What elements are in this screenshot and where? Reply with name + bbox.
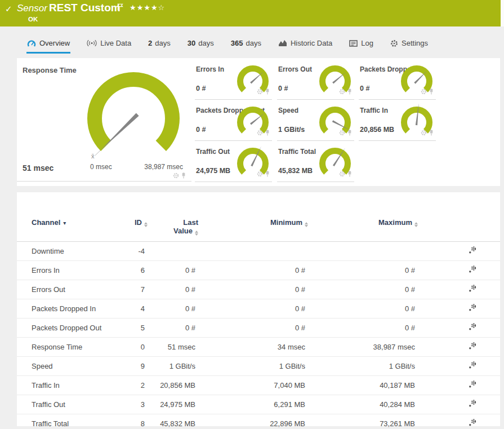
status-ok-icon: ✓ xyxy=(5,4,12,14)
priority-stars[interactable]: ★★★★☆ xyxy=(130,3,165,12)
channel-name: Traffic In xyxy=(17,381,130,390)
tab-number: 365 xyxy=(231,39,243,47)
live-icon xyxy=(87,39,97,47)
tab-log[interactable]: Log xyxy=(349,33,374,54)
gauge-settings-icon[interactable] xyxy=(173,171,179,181)
gauge-label: Traffic Total xyxy=(278,148,316,156)
channel-name: Downtime xyxy=(17,247,130,255)
tab-label: Historic Data xyxy=(291,39,332,47)
gauge-cell-errors-in: Errors In0 # xyxy=(195,62,272,100)
column-header-maximum[interactable]: Maximum xyxy=(308,218,418,227)
channel-minimum: 1 GBit/s xyxy=(198,362,308,370)
channel-settings-icon[interactable] xyxy=(467,418,477,427)
tab-overview[interactable]: Overview xyxy=(26,33,70,54)
channel-name: Packets Dropped In xyxy=(17,304,130,313)
channel-name: Packets Dropped Out xyxy=(17,324,130,332)
channel-settings-icon[interactable] xyxy=(467,399,477,408)
gauge-settings-icon[interactable] xyxy=(257,128,263,138)
column-header-last-value[interactable]: LastValue xyxy=(148,218,198,236)
gauge-value: 0 # xyxy=(360,85,369,92)
tab-bar: OverviewLive Data2days30days365daysHisto… xyxy=(0,33,501,54)
gauge-value: 1 GBit/s xyxy=(278,126,305,134)
channel-settings-icon[interactable] xyxy=(467,380,477,389)
channel-maximum: 0 # xyxy=(308,266,418,275)
gauge-pin-icon[interactable] xyxy=(181,171,186,181)
channel-settings-icon[interactable] xyxy=(467,303,477,312)
channel-last-value: 0 # xyxy=(148,324,198,332)
channels-panel: Channel▾ ID LastValue Minimum Maximum Do… xyxy=(17,192,500,426)
gauge-pin-icon[interactable] xyxy=(429,128,434,138)
gauge-settings-icon[interactable] xyxy=(257,87,263,97)
tab-2-days[interactable]: 2days xyxy=(148,33,171,54)
gauge-pin-icon[interactable] xyxy=(265,169,270,179)
tab-365-days[interactable]: 365days xyxy=(230,33,262,54)
table-row: Downtime-4 xyxy=(17,242,500,261)
gauge-pin-icon[interactable] xyxy=(429,87,434,97)
channel-minimum: 34 msec xyxy=(198,343,308,351)
channel-name: Errors In xyxy=(17,266,130,275)
channel-last-value: 51 msec xyxy=(148,343,198,351)
tab-historic-data[interactable]: Historic Data xyxy=(278,33,333,54)
gauge-pin-icon[interactable] xyxy=(265,87,270,97)
table-row: Traffic In220,856 MB7,040 MB40,187 MB xyxy=(17,376,500,395)
top-right-gutter xyxy=(501,0,504,26)
gauge-settings-icon[interactable] xyxy=(339,128,345,138)
channel-maximum: 40,187 MB xyxy=(308,381,418,390)
sort-icon xyxy=(414,222,418,227)
sort-icon xyxy=(195,231,198,236)
sensor-kind-label: Sensor xyxy=(17,3,47,14)
channel-id: 2 xyxy=(130,381,148,390)
channel-last-value: 0 # xyxy=(148,285,198,294)
column-header-channel[interactable]: Channel▾ xyxy=(17,218,130,227)
channel-settings-icon[interactable] xyxy=(467,265,477,274)
channel-last-value: 45,832 MB xyxy=(148,419,198,428)
channel-id: 4 xyxy=(130,304,148,313)
gauge-value: 0 # xyxy=(196,85,206,92)
table-row: Errors Out70 #0 #0 # xyxy=(17,280,500,299)
table-header: Channel▾ ID LastValue Minimum Maximum xyxy=(17,192,500,242)
gauge-pin-icon[interactable] xyxy=(347,169,352,179)
channel-settings-icon[interactable] xyxy=(467,322,477,331)
gauge-cell-traffic-out: Traffic Out24,975 MB xyxy=(195,144,272,182)
channel-settings-icon[interactable] xyxy=(467,342,477,351)
gauge-settings-icon[interactable] xyxy=(257,169,263,179)
channel-maximum: 0 # xyxy=(308,304,418,313)
table-row: Traffic Out324,975 MB6,291 MB40,284 MB xyxy=(17,395,500,414)
table-row: Packets Dropped Out50 #0 #0 # xyxy=(17,319,500,338)
gauge-settings-icon[interactable] xyxy=(421,87,427,97)
primary-gauge-cell: Response Time x̄ 51 msec 0 msec 38,987 m… xyxy=(17,58,191,182)
tab-live-data[interactable]: Live Data xyxy=(86,33,132,54)
gauge-value: 20,856 MB xyxy=(360,126,394,134)
channel-maximum: 0 # xyxy=(308,285,418,294)
channel-name: Errors Out xyxy=(17,285,130,294)
channel-id: 9 xyxy=(130,362,148,370)
channel-id: 7 xyxy=(130,285,148,294)
tab-30-days[interactable]: 30days xyxy=(187,33,215,54)
tab-label: Live Data xyxy=(100,39,131,47)
gauge-cell-packets-dropped-out: Packets Dropped Out0 # xyxy=(195,103,272,141)
gauge-value: 0 # xyxy=(196,126,206,134)
gauge-settings-icon[interactable] xyxy=(339,169,345,179)
gauge-settings-icon[interactable] xyxy=(421,128,427,138)
channel-id: 8 xyxy=(130,419,148,428)
tab-settings[interactable]: Settings xyxy=(390,33,429,54)
sensor-title: REST Custom xyxy=(49,2,121,14)
tab-number: 2 xyxy=(148,39,152,47)
channel-maximum: 38,987 msec xyxy=(308,343,418,351)
gauge-pin-icon[interactable] xyxy=(265,128,270,138)
column-header-minimum[interactable]: Minimum xyxy=(198,218,308,227)
gauge-settings-icon[interactable] xyxy=(339,87,345,97)
channel-name: Traffic Total xyxy=(17,419,130,428)
channel-minimum: 0 # xyxy=(198,324,308,332)
channel-last-value: 24,975 MB xyxy=(148,400,198,409)
channel-name: Speed xyxy=(17,362,130,370)
tab-label: days xyxy=(198,39,213,47)
flag-icon[interactable] xyxy=(117,3,123,13)
gauge-pin-icon[interactable] xyxy=(347,128,352,138)
channel-settings-icon[interactable] xyxy=(467,284,477,293)
channel-settings-icon[interactable] xyxy=(467,246,477,255)
column-header-id[interactable]: ID xyxy=(130,218,148,227)
channel-settings-icon[interactable] xyxy=(467,361,477,370)
gauge-pin-icon[interactable] xyxy=(347,87,352,97)
gauge-label: Errors In xyxy=(196,65,224,73)
